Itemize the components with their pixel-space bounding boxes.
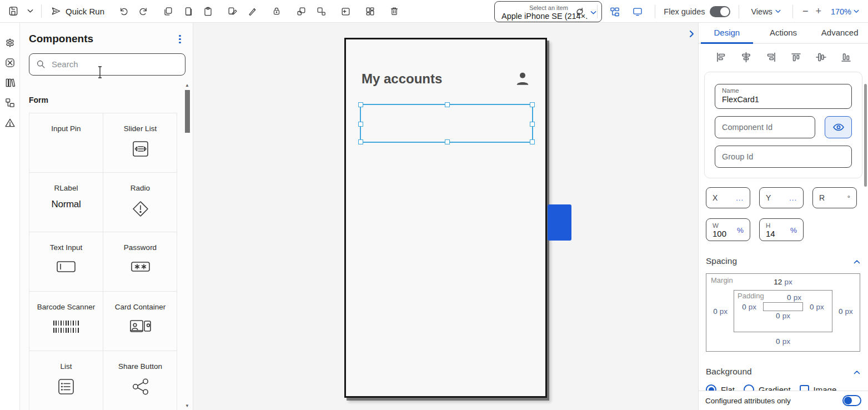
flex-guides-toggle[interactable]: [710, 6, 730, 17]
add-frame-button[interactable]: [337, 3, 354, 19]
style-button[interactable]: [223, 3, 241, 19]
component-id-input[interactable]: [722, 123, 808, 132]
padding-left-value[interactable]: 0px: [742, 303, 756, 311]
settings-nav-button[interactable]: [2, 36, 18, 49]
configured-attributes-toggle[interactable]: [842, 395, 861, 406]
spacing-collapse-button[interactable]: [854, 257, 860, 266]
component-id-field[interactable]: [715, 116, 815, 138]
component-tile-barcode-scanner[interactable]: Barcode Scanner: [29, 292, 103, 351]
resize-handle-w[interactable]: [358, 122, 363, 127]
paste-button[interactable]: [199, 3, 217, 19]
brush-button[interactable]: [243, 3, 261, 19]
padding-right-value[interactable]: 0px: [810, 303, 824, 311]
component-tile-text-input[interactable]: Text Input: [29, 232, 103, 292]
component-tile-card-container[interactable]: Card Container: [103, 292, 177, 351]
layout-grid-icon: [365, 6, 375, 17]
resize-handle-s[interactable]: [445, 139, 450, 144]
zoom-in-button[interactable]: +: [814, 6, 822, 17]
rotation-field[interactable]: R °: [812, 187, 857, 208]
component-search[interactable]: [29, 53, 185, 76]
card-title[interactable]: My accounts: [362, 71, 442, 87]
save-menu-button[interactable]: [24, 3, 36, 19]
duplicate-button[interactable]: [179, 3, 197, 19]
component-tile-share-button[interactable]: Share Button: [103, 351, 177, 410]
device-frame[interactable]: My accounts: [344, 38, 547, 398]
align-center-vertical-button[interactable]: [814, 51, 827, 63]
tree-view-button[interactable]: [606, 3, 624, 20]
group-id-field[interactable]: [715, 146, 852, 168]
scroll-down-arrow[interactable]: ▼: [185, 403, 189, 409]
name-field[interactable]: Name: [715, 84, 852, 109]
resize-handle-e[interactable]: [530, 122, 535, 127]
components-menu-button[interactable]: [174, 33, 185, 46]
resize-handle-se[interactable]: [530, 139, 535, 144]
panel-expander-chevron[interactable]: [686, 28, 696, 41]
margin-left-value[interactable]: 0px: [713, 307, 727, 316]
height-field[interactable]: H 14 %: [759, 218, 804, 241]
padding-bottom-value[interactable]: 0px: [734, 312, 832, 320]
component-search-input[interactable]: [51, 59, 178, 69]
paste-icon: [203, 6, 213, 17]
scroll-up-arrow[interactable]: ▲: [185, 83, 189, 88]
component-tile-input-pin[interactable]: Input Pin: [29, 113, 103, 173]
bring-forward-button[interactable]: [292, 3, 310, 19]
save-button[interactable]: [4, 3, 22, 19]
component-tile-list[interactable]: List: [29, 351, 103, 410]
design-canvas[interactable]: My accounts: [194, 23, 698, 410]
quick-run-label: Quick Run: [66, 7, 104, 16]
inspector-scrollbar-thumb[interactable]: [864, 84, 867, 187]
person-icon[interactable]: [514, 71, 531, 87]
selected-element[interactable]: [360, 104, 533, 143]
margin-right-value[interactable]: 0px: [839, 307, 853, 316]
resize-handle-ne[interactable]: [530, 102, 535, 107]
tab-advanced[interactable]: Advanced: [811, 23, 868, 43]
component-tile-password[interactable]: Password: [103, 232, 177, 292]
desktop-view-button[interactable]: [629, 3, 646, 20]
lock-button[interactable]: [268, 3, 285, 19]
visibility-button[interactable]: [825, 116, 852, 138]
quick-run-button[interactable]: Quick Run: [47, 6, 108, 17]
align-right-button[interactable]: [764, 51, 777, 63]
tab-design[interactable]: Design: [699, 23, 755, 43]
name-field-label: Name: [722, 87, 845, 94]
align-left-button[interactable]: [714, 51, 727, 63]
resize-handle-sw[interactable]: [358, 139, 363, 144]
component-tile-rlabel[interactable]: RLabel Normal: [29, 173, 103, 232]
copy-button[interactable]: [159, 3, 177, 19]
slider-list-icon: [132, 140, 149, 158]
y-position-field[interactable]: Y ...: [759, 187, 804, 208]
margin-bottom-value[interactable]: 0px: [706, 337, 860, 346]
undo-button[interactable]: [114, 3, 132, 19]
structure-nav-button[interactable]: [2, 96, 18, 109]
name-input[interactable]: [722, 95, 845, 104]
component-tile-slider-list[interactable]: Slider List: [103, 113, 177, 173]
resize-handle-n[interactable]: [445, 102, 450, 107]
issues-nav-button[interactable]: [2, 116, 18, 129]
align-bottom-button[interactable]: [839, 51, 852, 63]
tab-actions[interactable]: Actions: [755, 23, 812, 43]
align-center-horizontal-button[interactable]: [739, 51, 752, 63]
group-id-input[interactable]: [722, 152, 845, 161]
zoom-level-menu[interactable]: 170%: [827, 7, 862, 17]
send-backward-button[interactable]: [312, 3, 330, 19]
x-position-field[interactable]: X ...: [706, 187, 750, 208]
atom-nav-button[interactable]: [2, 56, 18, 69]
refresh-button[interactable]: [571, 3, 589, 20]
layout-grid-button[interactable]: [361, 3, 379, 19]
divider: [792, 5, 793, 18]
components-scrollbar[interactable]: ▲ ▼: [184, 83, 190, 409]
canvas-side-blue-handle[interactable]: [548, 204, 571, 241]
resize-handle-nw[interactable]: [358, 102, 363, 107]
delete-button[interactable]: [385, 3, 403, 19]
warning-triangle-icon: [4, 117, 16, 128]
background-collapse-button[interactable]: [854, 368, 860, 376]
redo-button[interactable]: [134, 3, 152, 19]
align-top-button[interactable]: [789, 51, 802, 63]
spacing-input-box[interactable]: [763, 302, 803, 311]
width-field[interactable]: W 100 %: [706, 218, 750, 241]
component-tile-radio[interactable]: Radio: [103, 173, 177, 232]
scrollbar-thumb[interactable]: [185, 90, 190, 133]
zoom-out-button[interactable]: −: [801, 6, 810, 17]
views-menu[interactable]: Views: [747, 7, 784, 17]
library-nav-button[interactable]: [2, 76, 18, 89]
